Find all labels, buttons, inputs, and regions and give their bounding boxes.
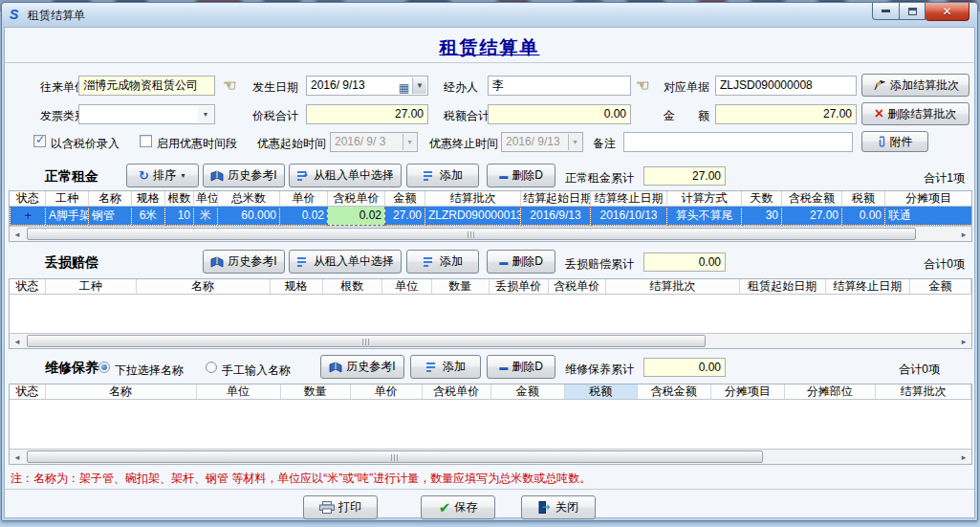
loss-history-button[interactable]: 历史参考I — [203, 250, 285, 274]
app-window: S 租赁结算单 ✕ 租赁结算单 往来单位 淄博元成物资租赁公司 ☜ 发生日期 2… — [1, 2, 978, 521]
form-body: 租赁结算单 往来单位 淄博元成物资租赁公司 ☜ 发生日期 2016/ 9/13 … — [4, 27, 975, 518]
column-header: 状态 — [11, 191, 46, 206]
scroll-right-icon[interactable]: ▸ — [956, 227, 971, 241]
column-header: 天数 — [742, 191, 782, 206]
table-cell[interactable]: 0.00 — [842, 206, 885, 225]
table-cell[interactable]: 联通 — [885, 206, 972, 225]
manual-name-radio-label[interactable]: 手工输入名称 — [222, 362, 291, 379]
tax-entry-checkbox[interactable]: ✓ — [33, 135, 46, 147]
table-cell[interactable]: ZLZRD090000013 — [425, 206, 521, 225]
loss-hscrollbar[interactable]: ◂ ▸ — [10, 333, 971, 348]
dropdown-name-radio[interactable] — [98, 362, 110, 373]
maintenance-delete-button[interactable]: ▬ 删除D — [487, 355, 555, 379]
save-button[interactable]: ✔ 保存 — [421, 495, 495, 519]
scroll-right-icon[interactable]: ▸ — [956, 334, 971, 348]
table-cell[interactable]: 30 — [742, 206, 782, 225]
scroll-left-icon[interactable]: ◂ — [10, 334, 25, 348]
scroll-right-icon[interactable]: ▸ — [956, 450, 971, 464]
table-cell[interactable]: 钢管 — [89, 206, 132, 225]
table-cell[interactable]: 0.02 — [328, 206, 385, 225]
minimize-icon — [882, 10, 890, 12]
rent-select-from-button[interactable]: 从租入单中选择 — [289, 164, 402, 187]
handler-input[interactable]: 李 — [488, 76, 631, 96]
partner-input[interactable]: 淄博元成物资租赁公司 — [78, 76, 215, 96]
table-cell[interactable]: 算头不算尾 — [667, 206, 742, 225]
scrollbar-thumb[interactable] — [27, 335, 706, 347]
maintenance-add-button[interactable]: 添加 — [410, 355, 481, 379]
row-status-plus-icon[interactable]: + — [11, 206, 46, 225]
tax-entry-checkbox-label[interactable]: 以含税价录入 — [51, 136, 120, 152]
attachment-button[interactable]: 附件 — [861, 131, 928, 152]
maintenance-hscrollbar[interactable]: ◂ ▸ — [10, 449, 971, 464]
manual-name-radio[interactable] — [206, 362, 217, 373]
column-header: 根数 — [165, 191, 194, 206]
maintenance-history-button[interactable]: 历史参考I — [320, 355, 404, 379]
date-dropdown-arrow[interactable]: ▼ — [412, 77, 426, 94]
close-form-button[interactable]: 关闭 — [521, 495, 596, 519]
amount-input[interactable]: 27.00 — [715, 104, 857, 124]
table-cell[interactable]: 0.02 — [280, 206, 328, 225]
handler-picker-hand-icon[interactable]: ☜ — [636, 76, 649, 94]
invoice-type-combo[interactable]: ▼ — [78, 104, 215, 124]
add-label: 添加 — [443, 359, 466, 375]
table-cell[interactable]: A脚手架 — [46, 206, 89, 225]
delete-batch-button[interactable]: × 删除结算批次 — [861, 102, 969, 125]
add-batch-button[interactable]: 添加结算批次 — [861, 74, 969, 97]
paperclip-icon — [878, 135, 886, 148]
partner-picker-hand-icon[interactable]: ☜ — [223, 76, 236, 94]
table-cell[interactable]: 10 — [165, 206, 194, 225]
promo-period-checkbox[interactable] — [140, 135, 152, 147]
table-row[interactable]: +A脚手架钢管6米10米60.0000.020.0227.00ZLZRD0900… — [11, 206, 972, 225]
loss-delete-button[interactable]: ▬ 删除D — [487, 250, 555, 274]
table-cell[interactable]: 27.00 — [782, 206, 842, 225]
remark-input[interactable] — [623, 132, 853, 152]
table-cell[interactable]: 米 — [194, 206, 218, 225]
select-from-label: 从租入单中选择 — [314, 253, 394, 270]
table-cell[interactable]: 6米 — [132, 206, 165, 225]
table-cell[interactable]: 60.000 — [218, 206, 280, 225]
promo-period-checkbox-label[interactable]: 启用优惠时间段 — [157, 136, 237, 152]
rent-sort-button[interactable]: ↻ 排序 ▼ — [126, 164, 199, 187]
close-button[interactable]: ✕ — [926, 3, 969, 21]
rent-history-button[interactable]: 历史参考I — [203, 164, 285, 187]
maintenance-table-panel: 状态名称单位数量单价含税单价金额税额含税金额分摊项目分摊部位结算批次 ◂ ▸ — [9, 384, 972, 465]
column-header: 含税单价 — [328, 191, 385, 206]
tax-total-input[interactable]: 0.00 — [488, 104, 631, 124]
scroll-left-icon[interactable]: ◂ — [10, 450, 25, 464]
column-header: 工种 — [46, 191, 89, 206]
calendar-icon: ▦ — [399, 79, 409, 96]
invoice-dropdown-arrow[interactable]: ▼ — [198, 106, 213, 122]
minimize-button[interactable] — [872, 3, 900, 20]
doc-input[interactable]: ZLJSD090000008 — [715, 76, 857, 96]
checkbox-check-icon: ✓ — [35, 133, 45, 146]
add-batch-label: 添加结算批次 — [890, 77, 959, 94]
scrollbar-thumb[interactable] — [27, 450, 763, 463]
attachment-label: 附件 — [890, 134, 913, 150]
scrollbar-thumb[interactable] — [27, 228, 916, 240]
column-header: 结算终止日期 — [825, 279, 909, 294]
scroll-left-icon[interactable]: ◂ — [10, 227, 25, 241]
maximize-button[interactable] — [900, 3, 926, 20]
remark-label: 备注 — [593, 136, 616, 152]
rent-hscrollbar[interactable]: ◂ ▸ — [10, 226, 971, 241]
book-icon — [210, 170, 224, 182]
column-header: 工种 — [45, 279, 136, 294]
column-header: 根数 — [322, 279, 381, 294]
total-with-tax-input[interactable]: 27.00 — [306, 104, 428, 124]
rent-delete-button[interactable]: ▬ 删除D — [487, 164, 555, 187]
table-cell[interactable]: 27.00 — [385, 206, 425, 225]
title-bar[interactable]: S 租赁结算单 ✕ — [2, 3, 977, 26]
column-header: 数量 — [280, 384, 350, 399]
list-add-icon — [425, 362, 439, 372]
table-cell[interactable]: 2016/10/13 — [591, 206, 667, 225]
rent-add-button[interactable]: 添加 — [406, 164, 479, 187]
loss-add-button[interactable]: 添加 — [406, 250, 479, 274]
loss-total-label: 丢损赔偿累计 — [565, 256, 634, 273]
loss-select-from-button[interactable]: 从租入单中选择 — [289, 250, 402, 274]
delete-label: 删除D — [512, 253, 543, 270]
date-input[interactable]: 2016/ 9/13 ▦ ▼ — [306, 76, 428, 96]
list-add-icon — [423, 256, 436, 267]
print-button[interactable]: 打印 — [303, 495, 378, 519]
table-cell[interactable]: 2016/9/13 — [521, 206, 591, 225]
dropdown-name-radio-label[interactable]: 下拉选择名称 — [115, 362, 184, 379]
